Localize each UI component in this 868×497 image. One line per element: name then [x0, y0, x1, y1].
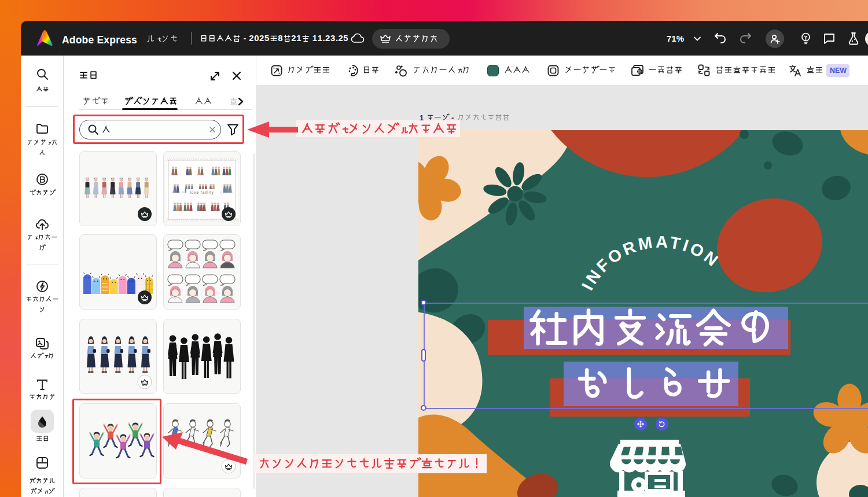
- svg-text:3: 3: [330, 34, 335, 43]
- svg-text:1: 1: [296, 34, 301, 43]
- svg-text:2: 2: [249, 34, 253, 43]
- svg-text:5: 5: [343, 34, 348, 43]
- svg-text:8: 8: [278, 34, 282, 43]
- svg-text:2: 2: [338, 34, 343, 43]
- svg-text:2: 2: [325, 34, 330, 43]
- svg-text:5: 5: [264, 34, 269, 43]
- svg-text:2: 2: [291, 34, 296, 43]
- svg-text:1: 1: [312, 34, 317, 43]
- svg-text:0: 0: [254, 34, 259, 43]
- svg-text:love family: love family: [190, 190, 214, 195]
- svg-text:1: 1: [318, 34, 322, 43]
- svg-text:-: -: [244, 34, 247, 43]
- svg-text:2: 2: [259, 34, 264, 43]
